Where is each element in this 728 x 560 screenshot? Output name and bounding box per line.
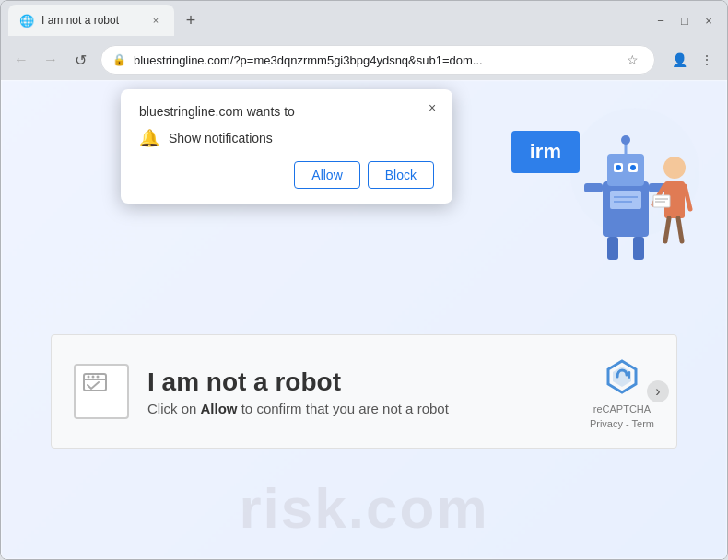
minimize-button[interactable]: − (650, 9, 672, 31)
svg-rect-2 (607, 154, 644, 186)
recaptcha-sub: Privacy - Term (590, 418, 654, 429)
captcha-prefix: Click on (147, 401, 201, 416)
show-notifications-label: Show notifications (169, 131, 273, 146)
recaptcha-label: reCAPTCHA (593, 403, 651, 414)
tab-favicon: 🌐 (19, 13, 34, 28)
block-button[interactable]: Block (368, 161, 434, 189)
lock-icon: 🔒 (112, 53, 126, 66)
svg-line-21 (678, 218, 682, 241)
title-bar: 🌐 I am not a robot × + − □ × (1, 1, 727, 40)
profile-button[interactable]: 👤 (666, 47, 692, 73)
bookmark-button[interactable]: ☆ (621, 49, 643, 71)
menu-button[interactable]: ⋮ (694, 47, 720, 73)
svg-rect-11 (607, 237, 618, 260)
page-content: irm (1, 80, 727, 559)
refresh-button[interactable]: ↺ (67, 47, 93, 73)
svg-point-28 (92, 376, 95, 379)
tab-bar: 🌐 I am not a robot × + (8, 5, 646, 36)
svg-rect-9 (584, 183, 603, 192)
notification-popup: × bluestringline.com wants to 🔔 Show not… (121, 89, 452, 204)
svg-rect-13 (610, 191, 641, 209)
captcha-suffix: to confirm that you are not a robot (238, 401, 449, 416)
close-button[interactable]: × (698, 9, 720, 31)
recaptcha-svg (599, 354, 645, 400)
robot-svg (524, 99, 709, 283)
confirm-text: irm (530, 140, 561, 163)
address-bar: ← → ↺ 🔒 bluestringline.com/?p=me3dqnzrmm… (1, 40, 727, 80)
captcha-icon (74, 364, 129, 419)
tab-close-button[interactable]: × (148, 13, 163, 28)
browser-actions: 👤 ⋮ (666, 47, 720, 73)
svg-point-16 (663, 157, 686, 179)
window-controls: − □ × (650, 9, 720, 31)
forward-icon: → (43, 52, 58, 68)
browser-window: 🌐 I am not a robot × + − □ × ← → ↺ 🔒 blu… (0, 0, 728, 560)
allow-button[interactable]: Allow (294, 161, 359, 189)
recaptcha-logo (599, 354, 645, 400)
back-icon: ← (14, 52, 29, 68)
watermark: risk.com (239, 475, 488, 541)
url-text: bluestringline.com/?p=me3dqnzrmm5gi3bpg4… (134, 53, 614, 67)
svg-point-27 (88, 376, 90, 379)
captcha-icon-svg (80, 370, 123, 413)
page-arrow-button[interactable]: › (647, 380, 669, 402)
svg-point-8 (621, 135, 630, 145)
recaptcha-badge: reCAPTCHA Privacy - Term (590, 354, 654, 429)
browser-tab[interactable]: 🌐 I am not a robot × (8, 5, 174, 36)
captcha-text: I am not a robot Click on Allow to confi… (147, 368, 571, 416)
popup-notification-row: 🔔 Show notifications (139, 128, 434, 148)
robot-illustration (524, 99, 709, 283)
maximize-button[interactable]: □ (674, 9, 696, 31)
popup-actions: Allow Block (139, 161, 434, 189)
captcha-title: I am not a robot (147, 368, 571, 397)
captcha-keyword: Allow (201, 401, 238, 416)
svg-point-6 (630, 165, 636, 170)
captcha-box: I am not a robot Click on Allow to confi… (51, 334, 677, 449)
bell-icon: 🔔 (139, 128, 159, 148)
svg-rect-12 (633, 237, 644, 260)
back-button[interactable]: ← (8, 47, 34, 73)
popup-close-button[interactable]: × (423, 99, 441, 117)
new-tab-button[interactable]: + (178, 7, 204, 33)
address-actions: ☆ (621, 49, 643, 71)
tab-title: I am not a robot (41, 14, 141, 27)
confirm-button-bg: irm (511, 131, 580, 173)
popup-title: bluestringline.com wants to (139, 104, 434, 119)
address-field[interactable]: 🔒 bluestringline.com/?p=me3dqnzrmm5gi3bp… (100, 45, 655, 75)
refresh-icon: ↺ (75, 52, 87, 69)
forward-button[interactable]: → (38, 47, 64, 73)
svg-point-29 (97, 376, 100, 379)
captcha-subtitle: Click on Allow to confirm that you are n… (147, 401, 571, 416)
svg-point-5 (616, 165, 621, 170)
